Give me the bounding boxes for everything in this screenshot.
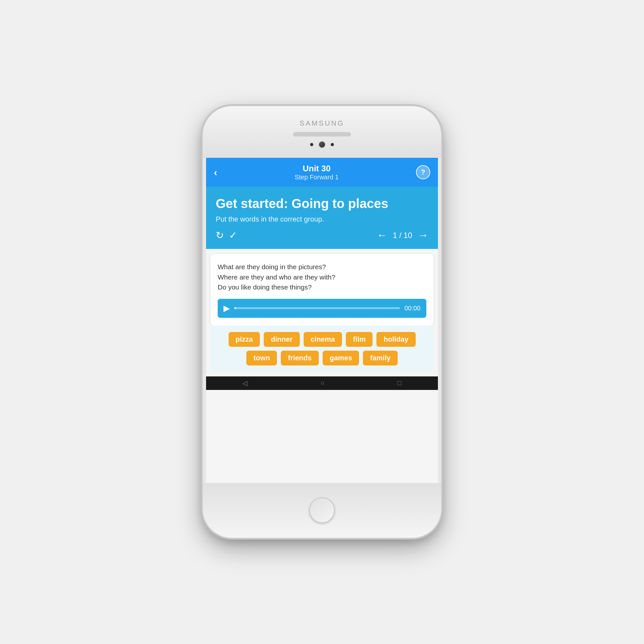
nav-recents-icon[interactable]: □ — [397, 379, 401, 387]
nav-home-icon[interactable]: ○ — [320, 379, 324, 387]
scene: SAMSUNG ‹ Unit 30 Step Forward 1 ? Ge — [0, 0, 644, 644]
question-text: What are they doing in the pictures? Whe… — [218, 262, 426, 292]
lesson-title: Get started: Going to places — [216, 196, 428, 211]
word-chip-family[interactable]: family — [363, 351, 398, 365]
home-button[interactable] — [309, 497, 335, 523]
refresh-button[interactable]: ↻ — [216, 230, 224, 241]
nav-counter: 1 / 10 — [393, 231, 412, 240]
lesson-instruction: Put the words in the correct group. — [216, 215, 428, 223]
header-subtitle: Step Forward 1 — [295, 174, 339, 181]
system-nav-bar: ◁ ○ □ — [206, 376, 438, 390]
prev-button[interactable]: ← — [377, 229, 387, 241]
audio-player[interactable]: ▶ 00:00 — [218, 299, 426, 318]
audio-progress-bar[interactable] — [234, 307, 400, 309]
phone-screen: ‹ Unit 30 Step Forward 1 ? Get started: … — [206, 158, 438, 483]
camera-dot — [318, 141, 326, 148]
brand-label: SAMSUNG — [299, 119, 344, 128]
phone-device: SAMSUNG ‹ Unit 30 Step Forward 1 ? Ge — [203, 106, 441, 538]
word-chips-area: pizza dinner cinema film holiday town fr… — [211, 326, 433, 372]
phone-bottom-bezel — [203, 483, 441, 538]
word-chip-dinner[interactable]: dinner — [264, 332, 299, 347]
header-title: Unit 30 — [303, 164, 331, 174]
camera-row — [310, 141, 334, 148]
question-card: What are they doing in the pictures? Whe… — [211, 254, 433, 326]
word-chip-town[interactable]: town — [246, 351, 277, 365]
sensor-dot — [310, 143, 313, 146]
nav-back-icon[interactable]: ◁ — [242, 379, 247, 387]
word-chip-pizza[interactable]: pizza — [229, 332, 260, 347]
audio-progress-fill — [234, 307, 236, 309]
back-button[interactable]: ‹ — [214, 167, 217, 177]
word-chip-cinema[interactable]: cinema — [304, 332, 342, 347]
content-area: Get started: Going to places Put the wor… — [206, 187, 438, 249]
audio-time: 00:00 — [404, 305, 421, 312]
word-chip-friends[interactable]: friends — [281, 351, 318, 365]
next-button[interactable]: → — [418, 229, 428, 241]
nav-row: ← 1 / 10 → — [377, 229, 428, 241]
speaker-grille — [293, 132, 351, 137]
phone-top-bezel: SAMSUNG — [203, 106, 441, 158]
header-center: Unit 30 Step Forward 1 — [295, 164, 339, 181]
word-chip-holiday[interactable]: holiday — [376, 332, 415, 347]
app-header: ‹ Unit 30 Step Forward 1 ? — [206, 158, 438, 187]
toolbar: ↻ ✓ ← 1 / 10 → — [216, 229, 428, 241]
play-button[interactable]: ▶ — [223, 303, 230, 313]
word-chip-games[interactable]: games — [323, 351, 359, 365]
check-button[interactable]: ✓ — [229, 230, 237, 241]
help-button[interactable]: ? — [416, 165, 430, 179]
word-chip-film[interactable]: film — [346, 332, 373, 347]
sensor-dot-2 — [331, 143, 334, 146]
